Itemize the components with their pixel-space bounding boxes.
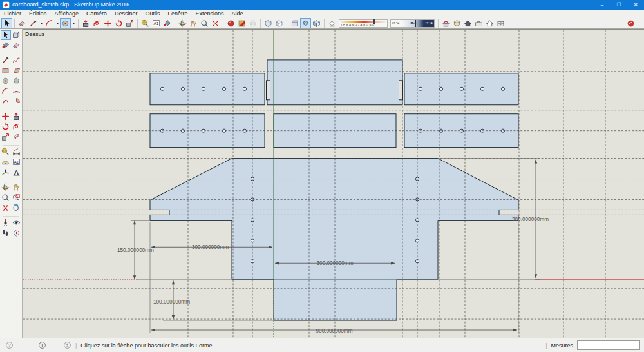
wh-box-icon[interactable]: [451, 18, 462, 28]
rect-icon[interactable]: [1, 66, 11, 75]
maximize-button[interactable]: ❐: [611, 0, 627, 10]
circle-icon[interactable]: [1, 76, 11, 86]
materials-icon[interactable]: [236, 18, 247, 28]
rrect-icon[interactable]: [12, 66, 22, 75]
cube-iso-icon[interactable]: [263, 18, 274, 28]
menu-affichage[interactable]: Affichage: [51, 10, 82, 18]
axes-icon[interactable]: [1, 168, 11, 177]
zoomwin-icon[interactable]: [12, 193, 22, 202]
pan-icon[interactable]: [12, 182, 22, 192]
pushpull-icon[interactable]: [80, 18, 91, 28]
dropdown-arrow-icon[interactable]: [39, 18, 44, 28]
move-icon[interactable]: [102, 18, 113, 28]
zoomext-icon[interactable]: [1, 203, 11, 213]
title-bar[interactable]: cardboard_sketch.skp - SketchUp Make 201…: [0, 0, 644, 10]
wh-house-icon[interactable]: [440, 18, 451, 28]
pie-icon[interactable]: [12, 97, 22, 106]
orbit-icon[interactable]: [177, 18, 188, 28]
rotate-icon[interactable]: [1, 122, 11, 132]
shadow-date-slider[interactable]: J F M A M J J A S O N D: [339, 19, 388, 28]
pan-icon[interactable]: [188, 18, 199, 28]
menu-fichier[interactable]: Fichier: [0, 10, 25, 18]
close-button[interactable]: ✕: [627, 0, 644, 10]
help-icon[interactable]: ?: [5, 341, 14, 349]
minimize-button[interactable]: –: [594, 0, 611, 10]
print-icon[interactable]: [247, 18, 258, 28]
menu-fenetre[interactable]: Fenêtre: [164, 10, 191, 18]
select-icon[interactable]: [1, 30, 11, 40]
cube-top-icon[interactable]: [300, 18, 311, 28]
scale-icon[interactable]: [1, 132, 11, 142]
shadow-time-slider[interactable]: 07:54 Midi 17:14: [390, 19, 435, 28]
orbit-icon[interactable]: [1, 182, 11, 192]
arc-icon[interactable]: [44, 18, 55, 28]
zoom-icon[interactable]: [1, 193, 11, 202]
menu-dessiner[interactable]: Dessiner: [111, 10, 142, 18]
cube4-icon[interactable]: [311, 18, 322, 28]
time-slider-handle[interactable]: [415, 20, 416, 27]
cube2-icon[interactable]: [274, 18, 285, 28]
arc-icon[interactable]: [1, 86, 11, 96]
sketchup-logo-icon[interactable]: [625, 18, 636, 28]
menu-edition[interactable]: Édition: [25, 10, 51, 18]
modelinfo-icon[interactable]: [225, 18, 236, 28]
tape-icon[interactable]: [140, 18, 151, 28]
section-icon[interactable]: [12, 228, 22, 238]
offset-icon[interactable]: [12, 132, 22, 142]
paint-icon[interactable]: [1, 41, 11, 50]
menu-extensions[interactable]: Extensions: [192, 10, 228, 18]
poscam-icon[interactable]: [1, 218, 11, 228]
flat-pattern-shapes[interactable]: [150, 60, 518, 320]
date-slider-handle[interactable]: [373, 19, 375, 24]
select-icon[interactable]: [1, 18, 12, 28]
zoom-icon[interactable]: [199, 18, 210, 28]
menu-aide[interactable]: Aide: [228, 10, 247, 18]
eraser-icon[interactable]: [12, 41, 22, 50]
drawing-canvas[interactable]: 150.000000mm 300.000000mm 300.000000mm 1…: [23, 29, 644, 338]
line-icon[interactable]: [28, 18, 39, 28]
freehand-icon[interactable]: [12, 55, 22, 65]
time-slider-track[interactable]: Midi: [401, 20, 424, 27]
polygon-icon[interactable]: [12, 76, 22, 86]
zoomext-icon[interactable]: [210, 18, 221, 28]
measure-input[interactable]: [577, 340, 640, 350]
dropdown-arrow-icon[interactable]: [55, 18, 60, 28]
model-viewport[interactable]: 150.000000mm 300.000000mm 300.000000mm 1…: [23, 30, 644, 338]
text-icon[interactable]: A1: [151, 18, 162, 28]
dim-icon[interactable]: [12, 147, 22, 157]
wh-home-icon[interactable]: [462, 18, 473, 28]
previous-icon[interactable]: [12, 203, 22, 213]
info-icon[interactable]: i: [38, 341, 46, 349]
move-icon[interactable]: [1, 112, 11, 121]
wh-drawer-icon[interactable]: [495, 18, 506, 28]
date-slider-track[interactable]: [341, 21, 386, 23]
status-message: Cliquez sur la flèche pour basculer les …: [80, 342, 214, 349]
wh-home2-icon[interactable]: [484, 18, 495, 28]
menu-outils[interactable]: Outils: [141, 10, 164, 18]
text3d-icon[interactable]: [12, 168, 22, 177]
account-icon[interactable]: [63, 341, 71, 349]
pushpull-icon[interactable]: [12, 112, 22, 121]
wh-toolbox-icon[interactable]: [473, 18, 484, 28]
arc2-icon[interactable]: [12, 86, 22, 96]
lookaround-icon[interactable]: [12, 218, 22, 228]
protractor-icon[interactable]: [1, 157, 11, 167]
menu-bar: Fichier Édition Affichage Caméra Dessine…: [0, 10, 644, 18]
menu-camera[interactable]: Caméra: [82, 10, 111, 18]
followme-icon[interactable]: [12, 122, 22, 132]
circle-icon[interactable]: [60, 18, 71, 28]
rotate-icon[interactable]: [113, 18, 124, 28]
walk-icon[interactable]: [1, 228, 11, 238]
shadow-dialog-icon[interactable]: [327, 18, 337, 28]
cube3-icon[interactable]: [289, 18, 300, 28]
component-icon[interactable]: [12, 30, 22, 40]
eraser-icon[interactable]: [17, 18, 28, 28]
paint-icon[interactable]: [162, 18, 173, 28]
scale-icon[interactable]: [124, 18, 135, 28]
tape-icon[interactable]: [1, 147, 11, 157]
followme-icon[interactable]: [91, 18, 102, 28]
line-icon[interactable]: [1, 55, 11, 65]
text-icon[interactable]: A1: [12, 157, 22, 167]
arc3-icon[interactable]: [1, 97, 11, 106]
dropdown-arrow-icon[interactable]: [71, 18, 76, 28]
